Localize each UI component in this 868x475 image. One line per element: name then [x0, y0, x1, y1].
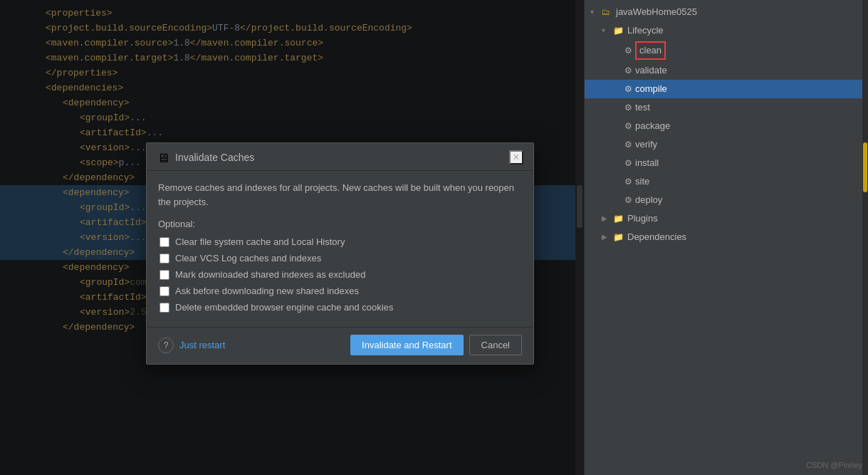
dialog-title-left: 🖥 Invalidate Caches [157, 151, 254, 164]
gear-icon-deploy: ⚙ [624, 192, 632, 208]
maven-lifecycle-verify[interactable]: ⚙ verify [585, 135, 868, 154]
maven-lifecycle-install[interactable]: ⚙ install [585, 154, 868, 172]
checkbox-browser-cache[interactable] [160, 303, 169, 313]
watermark: CSDN @Pireley [806, 461, 862, 469]
compile-label: compile [635, 81, 667, 97]
test-label: test [635, 100, 650, 115]
clean-label: clean [635, 41, 666, 60]
project-name: javaWebHome0525 [616, 4, 697, 20]
checkbox-label-shared-indexes[interactable]: Mark downloaded shared indexes as exclud… [175, 269, 365, 280]
checkbox-vcs-log[interactable] [160, 254, 169, 263]
invalidate-caches-dialog: 🖥 Invalidate Caches × Remove caches and … [146, 142, 534, 365]
dialog-app-icon: 🖥 [157, 151, 169, 164]
maven-project-root[interactable]: ▾ 🗂 javaWebHome0525 [585, 3, 868, 21]
lifecycle-section[interactable]: ▾ 📁 Lifecycle [585, 21, 868, 40]
maven-lifecycle-site[interactable]: ⚙ site [585, 172, 868, 191]
checkbox-ask-downloading[interactable] [160, 286, 169, 296]
gear-icon-test: ⚙ [624, 100, 632, 115]
cancel-button[interactable]: Cancel [469, 335, 522, 355]
gear-icon-install: ⚙ [624, 155, 632, 171]
lifecycle-label: Lifecycle [627, 23, 664, 38]
gear-icon-site: ⚙ [624, 174, 632, 189]
plugins-expand-icon: ▶ [602, 211, 613, 226]
checkbox-row-2: Clear VCS Log caches and indexes [158, 253, 522, 263]
checkbox-shared-indexes[interactable] [160, 270, 169, 280]
dependencies-folder-icon: 📁 [613, 229, 624, 245]
gear-icon-validate: ⚙ [624, 63, 632, 78]
dialog-close-button[interactable]: × [509, 150, 523, 165]
checkbox-label-vcs[interactable]: Clear VCS Log caches and indexes [175, 253, 321, 263]
project-icon: 🗂 [602, 4, 613, 20]
just-restart-button[interactable]: Just restart [179, 340, 225, 350]
maven-lifecycle-package[interactable]: ⚙ package [585, 117, 868, 135]
maven-lifecycle-test[interactable]: ⚙ test [585, 98, 868, 117]
install-label: install [635, 155, 659, 171]
dialog-title-text: Invalidate Caches [175, 152, 254, 163]
dependencies-expand-icon: ▶ [602, 229, 613, 245]
gear-icon-clean: ⚙ [624, 43, 632, 58]
verify-label: verify [635, 137, 657, 152]
dialog-footer-left: ? Just restart [158, 338, 225, 353]
checkbox-label-browser-cache[interactable]: Delete embedded browser engine cache and… [175, 302, 393, 313]
invalidate-restart-button[interactable]: Invalidate and Restart [350, 335, 463, 355]
dialog-optional-label: Optional: [158, 219, 522, 229]
plugins-section[interactable]: ▶ 📁 Plugins [585, 209, 868, 228]
watermark-text: CSDN @Pireley [806, 461, 862, 469]
expand-icon: ▾ [590, 4, 602, 20]
checkbox-row-5: Delete embedded browser engine cache and… [158, 302, 522, 313]
dialog-description: Remove caches and indexes for all projec… [158, 181, 522, 209]
plugins-folder-icon: 📁 [613, 211, 624, 226]
lifecycle-folder-icon: 📁 [613, 23, 624, 38]
plugins-label: Plugins [627, 211, 658, 226]
right-scrollbar[interactable] [862, 0, 868, 475]
dependencies-label: Dependencies [627, 229, 686, 245]
maven-lifecycle-compile[interactable]: ⚙ compile [585, 80, 868, 98]
site-label: site [635, 174, 649, 189]
checkbox-row-3: Mark downloaded shared indexes as exclud… [158, 269, 522, 280]
dialog-footer: ? Just restart Invalidate and Restart Ca… [147, 327, 533, 364]
gear-icon-compile: ⚙ [624, 81, 632, 97]
maven-panel: ▾ 🗂 javaWebHome0525 ▾ 📁 Lifecycle ⚙ clea… [584, 0, 868, 475]
checkbox-row-4: Ask before downloading new shared indexe… [158, 286, 522, 296]
deploy-label: deploy [635, 192, 662, 208]
gear-icon-package: ⚙ [624, 118, 632, 134]
dependencies-section[interactable]: ▶ 📁 Dependencies [585, 228, 868, 246]
maven-lifecycle-validate[interactable]: ⚙ validate [585, 61, 868, 80]
maven-lifecycle-deploy[interactable]: ⚙ deploy [585, 191, 868, 209]
checkbox-filesystem-cache[interactable] [160, 237, 169, 247]
checkbox-label-ask-downloading[interactable]: Ask before downloading new shared indexe… [175, 286, 359, 296]
checkbox-label-filesystem[interactable]: Clear file system cache and Local Histor… [175, 236, 345, 247]
maven-tree: ▾ 🗂 javaWebHome0525 ▾ 📁 Lifecycle ⚙ clea… [585, 0, 868, 249]
package-label: package [635, 118, 670, 134]
gear-icon-verify: ⚙ [624, 137, 632, 152]
dialog-body: Remove caches and indexes for all projec… [147, 171, 533, 327]
dialog-footer-right: Invalidate and Restart Cancel [350, 335, 522, 355]
maven-lifecycle-clean[interactable]: ⚙ clean [585, 40, 868, 61]
checkbox-row-1: Clear file system cache and Local Histor… [158, 236, 522, 247]
dialog-title-bar: 🖥 Invalidate Caches × [147, 143, 533, 171]
help-button[interactable]: ? [158, 338, 174, 353]
lifecycle-expand-icon: ▾ [602, 23, 613, 38]
validate-label: validate [635, 63, 667, 78]
right-scroll-thumb[interactable] [863, 142, 867, 192]
